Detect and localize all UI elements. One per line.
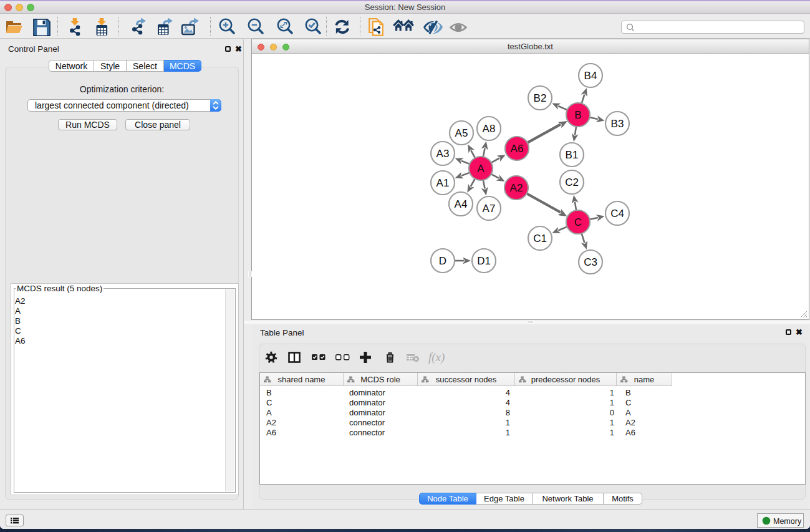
svg-text:A: A	[477, 163, 485, 175]
svg-text:A2: A2	[510, 182, 523, 194]
svg-text:B: B	[574, 109, 581, 121]
svg-text:C3: C3	[584, 256, 597, 268]
svg-text:A1: A1	[436, 177, 450, 189]
svg-text:B1: B1	[566, 149, 579, 161]
svg-text:C: C	[574, 216, 582, 228]
svg-text:A5: A5	[455, 127, 468, 139]
svg-text:A6: A6	[511, 143, 524, 155]
svg-text:B2: B2	[534, 92, 547, 104]
svg-text:C4: C4	[610, 208, 624, 220]
svg-text:A3: A3	[436, 148, 450, 160]
svg-text:D: D	[439, 255, 446, 267]
svg-text:B3: B3	[611, 118, 624, 130]
svg-text:C1: C1	[533, 233, 547, 244]
svg-text:B4: B4	[584, 70, 597, 82]
svg-text:A4: A4	[455, 198, 468, 210]
svg-text:D1: D1	[477, 255, 491, 267]
svg-text:A7: A7	[483, 203, 496, 215]
svg-text:A8: A8	[483, 123, 496, 135]
svg-text:C2: C2	[565, 177, 579, 188]
